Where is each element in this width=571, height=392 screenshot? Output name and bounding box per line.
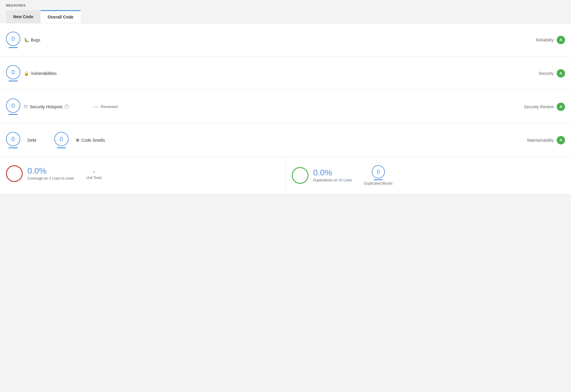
coverage-flex: 0.0% Coverage on 4 Lines to cover - Unit…	[6, 165, 280, 182]
hotspots-label-group: 🛡 Security Hotspots ?	[24, 104, 69, 109]
hotspots-help-icon[interactable]: ?	[64, 104, 69, 109]
debt-value: 0	[6, 132, 20, 146]
coverage-lines-link[interactable]: 4	[49, 176, 51, 180]
hotspots-bar	[9, 114, 18, 115]
bugs-row: 0 🐛 Bugs Reliability A	[0, 23, 571, 57]
vulnerabilities-row: 0 🔒 Vulnerabilities Security A	[0, 57, 571, 90]
maintainability-category: Maintainability	[527, 138, 554, 143]
reviewed-label: Reviewed	[101, 104, 118, 109]
dup-blocks-label: Duplicated Blocks	[364, 181, 392, 186]
coverage-half: 0.0% Coverage on 4 Lines to cover - Unit…	[0, 157, 286, 194]
duplications-flex: 0.0% Duplications on 39 Lines 0 Duplicat…	[292, 165, 565, 186]
duplications-circle[interactable]	[292, 167, 308, 184]
bugs-grade: A	[557, 36, 565, 44]
shield-icon: 🛡	[24, 104, 28, 109]
page-wrapper: MEASURES New Code Overall Code 0 🐛 Bugs …	[0, 0, 571, 194]
duplications-sub: Duplications on 39 Lines	[313, 178, 352, 182]
duplications-info: 0.0% Duplications on 39 Lines	[313, 169, 352, 182]
vuln-right: Security A	[538, 69, 565, 78]
codesmells-metric: 0 ☢ Code Smells	[54, 132, 105, 148]
unit-tests-value: -	[93, 167, 95, 176]
hotspots-grade: A	[557, 103, 565, 111]
debt-label: Debt	[27, 138, 36, 143]
measures-header: MEASURES New Code Overall Code	[0, 0, 571, 23]
hotspots-label: Security Hotspots	[30, 104, 63, 109]
maintainability-grade: A	[557, 136, 565, 144]
codesmells-label: Code Smells	[81, 138, 105, 143]
security-hotspots-row: 0 🛡 Security Hotspots ? — Reviewed Secur…	[0, 90, 571, 124]
bugs-value: 0	[6, 32, 20, 46]
bugs-right: Reliability A	[536, 36, 565, 44]
tabs-bar: New Code Overall Code	[6, 10, 565, 23]
duplications-lines-link[interactable]: 39	[339, 178, 342, 182]
codesmells-label-group: ☢ Code Smells	[76, 138, 105, 143]
codesmells-value: 0	[54, 132, 69, 146]
lock-icon: 🔒	[24, 71, 29, 76]
bug-icon: 🐛	[24, 38, 29, 42]
dup-blocks-value: 0	[372, 165, 385, 178]
dup-blocks-block: 0 Duplicated Blocks	[364, 165, 392, 186]
debt-codesmells-row: 0 Debt 0 ☢ Code Smells Maintainability A	[0, 124, 571, 157]
unit-tests-block: - Unit Tests	[86, 167, 102, 180]
hotspots-category: Security Review	[524, 104, 554, 109]
unit-tests-label: Unit Tests	[86, 176, 102, 180]
bugs-bar	[9, 47, 18, 48]
dup-blocks-bar	[374, 179, 382, 180]
tab-new-code[interactable]: New Code	[6, 10, 41, 23]
bugs-category: Reliability	[536, 38, 554, 42]
duplications-percent: 0.0%	[313, 169, 352, 177]
vuln-category: Security	[538, 71, 554, 76]
hotspots-value: 0	[6, 98, 20, 113]
coverage-percent: 0.0%	[27, 167, 74, 175]
hotspots-metric[interactable]: 0	[6, 98, 20, 115]
vuln-label-group: 🔒 Vulnerabilities	[24, 71, 57, 76]
hotspots-reviewed: — Reviewed	[93, 104, 118, 110]
vuln-label: Vulnerabilities	[31, 71, 57, 76]
bugs-metric[interactable]: 0	[6, 32, 20, 48]
codesmells-zero[interactable]: 0	[54, 132, 69, 148]
debt-metric: 0 Debt	[6, 132, 36, 148]
vuln-grade: A	[557, 69, 565, 78]
main-content: 0 🐛 Bugs Reliability A 0 🔒 Vulnerabiliti…	[0, 23, 571, 194]
dup-blocks-zero[interactable]: 0	[372, 165, 385, 180]
bugs-label-group: 🐛 Bugs	[24, 38, 40, 42]
vuln-metric[interactable]: 0	[6, 65, 20, 81]
duplications-half: 0.0% Duplications on 39 Lines 0 Duplicat…	[286, 157, 571, 194]
vuln-value: 0	[6, 65, 20, 79]
hotspots-right: Security Review A	[524, 103, 565, 111]
codesmells-bar	[57, 147, 66, 148]
maintainability-right: Maintainability A	[527, 136, 565, 144]
bottom-section: 0.0% Coverage on 4 Lines to cover - Unit…	[0, 157, 571, 194]
tab-overall-code[interactable]: Overall Code	[41, 10, 81, 23]
radiation-icon: ☢	[76, 138, 80, 143]
vuln-bar	[9, 81, 18, 81]
debt-zero[interactable]: 0	[6, 132, 20, 148]
coverage-circle[interactable]	[6, 165, 23, 182]
coverage-sub: Coverage on 4 Lines to cover	[27, 176, 74, 180]
reviewed-dash: —	[93, 104, 98, 110]
bugs-label: Bugs	[31, 38, 40, 42]
measures-title: MEASURES	[6, 4, 565, 7]
coverage-info: 0.0% Coverage on 4 Lines to cover	[27, 167, 74, 180]
debt-bar	[9, 147, 18, 148]
